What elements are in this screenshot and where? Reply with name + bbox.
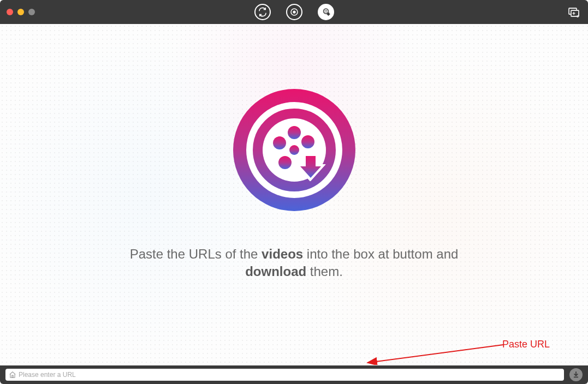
mode-tabs <box>254 0 334 24</box>
svg-point-15 <box>278 156 292 169</box>
svg-point-16 <box>301 135 314 148</box>
convert-icon <box>254 4 271 20</box>
close-window-button[interactable] <box>7 9 13 15</box>
titlebar <box>0 0 588 24</box>
svg-point-13 <box>288 126 301 139</box>
instruction-mid: into the box at buttom and <box>303 247 458 261</box>
svg-point-12 <box>289 145 299 155</box>
instruction-text: Paste the URLs of the videos into the bo… <box>98 245 491 281</box>
svg-point-1 <box>293 11 295 13</box>
url-input[interactable] <box>19 371 561 379</box>
url-field-container[interactable] <box>5 369 564 381</box>
svg-point-3 <box>324 10 325 11</box>
tab-rip[interactable] <box>286 4 302 20</box>
home-icon <box>9 371 16 379</box>
svg-point-14 <box>273 136 286 149</box>
minimize-window-button[interactable] <box>17 9 24 15</box>
svg-point-6 <box>326 11 327 13</box>
tab-download[interactable] <box>318 4 334 20</box>
maximize-window-button[interactable] <box>28 9 35 15</box>
svg-point-4 <box>326 10 327 11</box>
tab-convert[interactable] <box>254 4 271 20</box>
window-controls <box>7 9 35 15</box>
instruction-bold-download: download <box>245 264 306 279</box>
svg-point-5 <box>324 11 325 13</box>
start-download-button[interactable] <box>569 368 583 381</box>
svg-rect-20 <box>12 375 13 377</box>
instruction-prefix: Paste the URLs of the <box>130 247 262 261</box>
instruction-bold-videos: videos <box>262 247 303 261</box>
rip-icon <box>286 4 302 20</box>
main-content: Paste the URLs of the videos into the bo… <box>0 24 588 365</box>
bottom-bar <box>0 365 588 384</box>
download-icon <box>318 4 334 20</box>
svg-rect-21 <box>574 377 578 378</box>
instruction-suffix: them. <box>306 264 343 279</box>
hero-logo <box>231 87 357 213</box>
media-library-button[interactable] <box>567 5 580 19</box>
